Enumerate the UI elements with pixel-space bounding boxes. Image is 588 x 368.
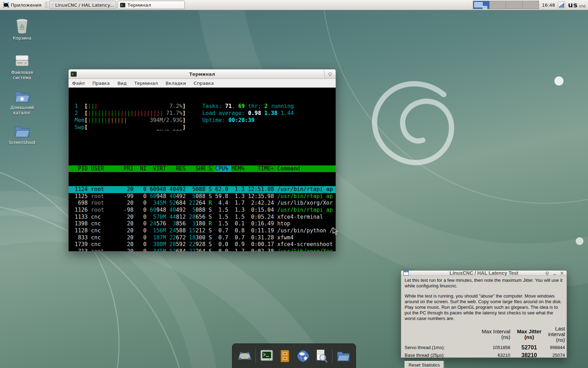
col-max-jitter: Max Jitter (ns) xyxy=(512,329,547,340)
process-row-698[interactable]: 698 root 20 0 345M 52684 22264 R 4.4 1.7… xyxy=(71,200,336,207)
terminal-menubar: ФайлПравкаВидТерминалВкладкиСправка xyxy=(69,79,336,88)
workspace-2[interactable] xyxy=(490,1,506,9)
column-time: TIME+ xyxy=(248,165,277,172)
process-row-1739[interactable]: 1739 cnc 20 0 388M 28592 22928 S 0.0 0.9… xyxy=(71,241,336,248)
xfce-mouse-icon xyxy=(3,2,9,8)
workspace-switcher xyxy=(473,1,539,9)
latency-titlebar[interactable]: LinuxCNC / HAL Latency Test xyxy=(401,271,567,276)
col-max-interval: Max Interval (ns) xyxy=(472,329,510,340)
taskbar-item-label: Терминал xyxy=(127,2,151,8)
desktop-icon-filesystem[interactable]: Файловая система xyxy=(5,53,39,81)
htop-cpu-memory-meters: 1 [|||7.2%] 2 [|||||||||||||||||||||||71… xyxy=(71,103,194,131)
dock-folder-icon[interactable] xyxy=(336,349,351,363)
menu-правка[interactable]: Правка xyxy=(92,81,110,86)
shade-button[interactable] xyxy=(324,70,336,79)
desktop-icon-screenshoot[interactable]: ScreenShoot xyxy=(5,123,39,145)
panel-handle xyxy=(45,2,48,8)
column-virt: VIRT xyxy=(150,165,169,172)
desktop-icon-home[interactable]: Домашний каталог xyxy=(5,88,39,116)
process-row-713[interactable]: 713 root 20 0 345M 52684 22264 S 0.0 1.7… xyxy=(71,248,336,251)
applications-menu-label: Приложения xyxy=(11,2,41,8)
dock-web-browser-icon[interactable] xyxy=(296,349,310,363)
process-row-833[interactable]: 833 cnc 20 0 187M 22672 18300 S 0.7 0.7 … xyxy=(71,234,336,241)
dock-app-finder-icon[interactable] xyxy=(314,349,329,363)
top-panel: Приложения LinuxCNC / HAL Latency... Тер… xyxy=(0,0,588,10)
latency-stats-table: Max Interval (ns) Max Jitter (ns) Last i… xyxy=(405,326,563,358)
process-row-1126[interactable]: 1126 root -98 0 60948 40492 5088 S 1.5 1… xyxy=(71,207,336,214)
menu-файл[interactable]: Файл xyxy=(72,81,85,86)
dock-file-manager-icon[interactable] xyxy=(278,349,292,363)
menu-справка[interactable]: Справка xyxy=(194,81,214,86)
reset-statistics-button[interactable]: Reset Statistics xyxy=(405,361,444,368)
dock-show-desktop-icon[interactable] xyxy=(237,349,252,363)
col-last-interval: Last interval (ns) xyxy=(548,326,565,343)
keyboard-layout-indicator[interactable]: us cnc xyxy=(568,1,586,8)
desktop-icon-label: Файловая система xyxy=(5,70,39,81)
menu-терминал[interactable]: Терминал xyxy=(134,81,158,86)
dock-terminal-icon[interactable] xyxy=(259,349,274,363)
process-row-1133[interactable]: 1133 cnc 20 0 570M 44812 28656 S 1.5 1.5… xyxy=(71,214,336,221)
column-pid: PID xyxy=(71,165,91,172)
servo-max-jitter: 52701 xyxy=(512,345,547,350)
latency-test-window: LinuxCNC / HAL Latency Test Let this tes… xyxy=(401,270,567,358)
workspace-3[interactable] xyxy=(506,1,523,9)
desktop-icon-trash[interactable]: Корзина xyxy=(5,18,39,41)
meter-2: 2 [|||||||||||||||||||||||71.7%] xyxy=(71,110,194,117)
folder-icon xyxy=(14,123,30,139)
drive-icon xyxy=(14,53,30,69)
meter-1: 1 [|||7.2%] xyxy=(71,103,194,110)
window-title: LinuxCNC / HAL Latency Test xyxy=(401,270,567,276)
bottom-dock xyxy=(232,343,356,368)
panel-clock: 16:48 xyxy=(542,2,555,8)
column-res: RES xyxy=(169,165,189,172)
htop-summary: Tasks: 71, 69 thr; 2 runningLoad average… xyxy=(202,103,294,131)
shade-button[interactable] xyxy=(545,271,549,275)
column-shr: SHR xyxy=(189,165,209,172)
meter-mem: Mem[||||||||||||394M/2.93G] xyxy=(71,117,194,124)
column-pri: PRI xyxy=(124,165,136,172)
column-s: S xyxy=(209,165,215,172)
window-icon xyxy=(51,3,53,7)
base-max-jitter: 38210 xyxy=(512,353,547,358)
window-icon xyxy=(403,271,409,275)
workspace-4[interactable] xyxy=(523,1,539,9)
servo-last-interval: 998844 xyxy=(548,345,565,350)
latency-body: Let this test run for a few minutes, the… xyxy=(401,276,567,368)
window-title: Терминал xyxy=(69,71,336,77)
trash-icon xyxy=(14,18,30,34)
servo-max-interval: 1051856 xyxy=(472,345,510,350)
taskbar-item-linuxcnc[interactable]: LinuxCNC / HAL Latency... xyxy=(49,1,116,9)
workspace-1[interactable] xyxy=(473,1,490,9)
minimize-button[interactable] xyxy=(553,271,556,275)
base-thread-label: Base thread (25µs): xyxy=(405,353,471,358)
process-row-1125[interactable]: 1125 root -99 0 60948 40492 5088 S 59.8 … xyxy=(71,193,336,200)
column-mem: MEM% xyxy=(231,165,248,172)
home-folder-icon xyxy=(14,88,30,104)
applications-menu-button[interactable]: Приложения xyxy=(0,0,44,10)
close-button[interactable] xyxy=(560,271,564,275)
latency-instructions-1: Let this test run for a few minutes, the… xyxy=(405,278,563,289)
base-last-interval: 25074 xyxy=(548,353,565,358)
column-user: USER xyxy=(91,165,124,172)
system-monitor-icon[interactable] xyxy=(558,1,565,8)
process-row-1398[interactable]: 1398 cnc 20 0 24576 3856 3180 R 1.5 0.1 … xyxy=(71,220,336,227)
menu-вид[interactable]: Вид xyxy=(117,81,126,86)
column-cpu: CPU% xyxy=(215,165,232,172)
desktop-icon-label: Корзина xyxy=(13,36,31,41)
htop-table-header[interactable]: PID USER PRI NI VIRT RES SHR S CPU% MEM%… xyxy=(69,165,336,172)
keyboard-layout-code: us xyxy=(568,1,578,8)
arrow-up-icon xyxy=(328,72,332,76)
terminal-icon xyxy=(120,3,125,7)
terminal-icon xyxy=(71,71,77,77)
process-row-1124[interactable]: 1124 root 20 0 60948 40492 5088 S 62.0 1… xyxy=(69,186,336,193)
terminal-window: Терминал ФайлПравкаВидТерминалВкладкиСпр… xyxy=(68,69,336,252)
terminal-titlebar[interactable]: Терминал xyxy=(69,69,336,79)
dock-separator xyxy=(332,349,332,363)
column-ni: NI xyxy=(137,165,150,172)
column-command: Command xyxy=(277,165,303,172)
menu-вкладки[interactable]: Вкладки xyxy=(166,81,186,86)
process-row-1128[interactable]: 1128 cnc 20 0 156M 24588 15212 S 0.7 0.8… xyxy=(71,227,336,234)
base-max-interval: 63210 xyxy=(472,353,510,358)
taskbar-item-terminal[interactable]: Терминал xyxy=(118,1,185,9)
keyboard-layout-variant: cnc xyxy=(579,4,586,8)
